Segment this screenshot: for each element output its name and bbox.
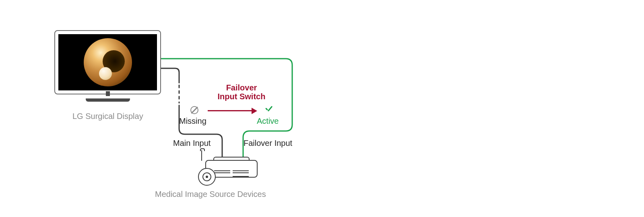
switch-arrow-head — [252, 108, 257, 114]
active-label: Active — [257, 117, 279, 126]
failover-title-line2: Input Switch — [218, 92, 266, 101]
missing-label: Missing — [179, 117, 206, 126]
diagram-stage: LG Surgical Display Failover Input Switc… — [0, 0, 644, 217]
device-antenna-icon — [201, 150, 202, 161]
endoscope-polyp — [99, 67, 112, 80]
endoscope-image — [84, 38, 132, 86]
check-icon — [264, 105, 273, 114]
monitor-stand — [104, 91, 112, 102]
prohibit-icon — [190, 106, 198, 114]
devices-caption: Medical Image Source Devices — [155, 190, 266, 199]
failover-switch-title: Failover Input Switch — [209, 84, 274, 101]
failover-title-line1: Failover — [226, 83, 257, 92]
main-input-label: Main Input — [173, 139, 211, 148]
switch-arrow — [208, 110, 253, 111]
source-device — [201, 157, 262, 185]
display-caption: LG Surgical Display — [72, 112, 143, 121]
monitor-bezel — [54, 30, 161, 94]
device-disc-icon — [198, 168, 216, 186]
surgical-display — [54, 30, 161, 94]
failover-input-label: Failover Input — [244, 139, 292, 148]
monitor-screen — [58, 34, 157, 90]
